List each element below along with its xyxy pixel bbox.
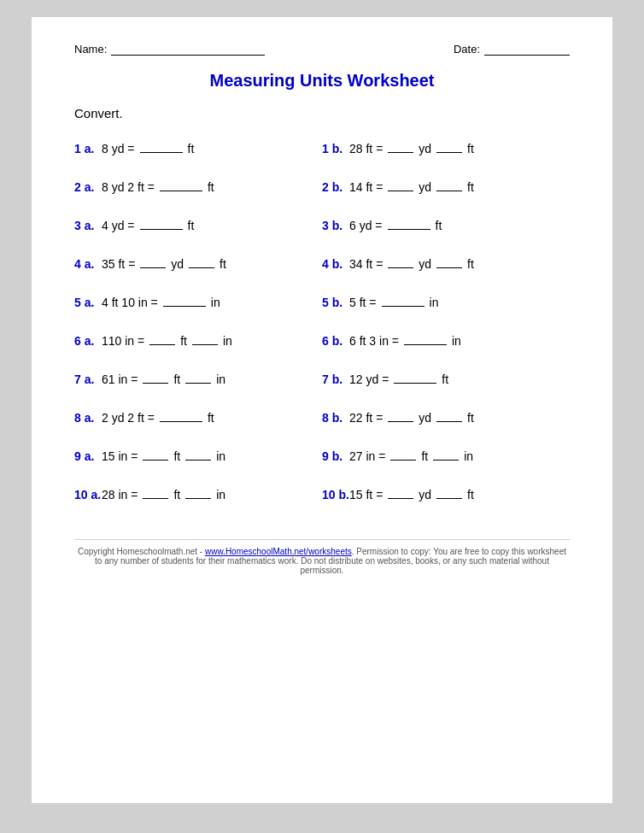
problem-row: 2 a. 8 yd 2 ft =ft xyxy=(74,167,322,206)
answer-blank xyxy=(140,218,183,230)
problem-row: 1 a. 8 yd =ft xyxy=(74,129,322,167)
problem-num: 4 b. xyxy=(322,257,349,271)
problem-num: 2 a. xyxy=(74,180,102,194)
answer-blank xyxy=(388,256,413,268)
problem-num: 8 b. xyxy=(322,411,349,425)
problems-grid: 1 a. 8 yd =ft 1 b. 28 ft =ydft 2 a. 8 yd… xyxy=(74,129,570,513)
problem-row: 3 b. 6 yd =ft xyxy=(322,206,570,244)
answer-blank xyxy=(388,141,413,153)
problem-row: 5 a. 4 ft 10 in =in xyxy=(74,283,322,321)
answer-blank xyxy=(149,333,175,345)
answer-blank xyxy=(163,295,206,307)
name-section: Name: xyxy=(74,43,265,56)
problem-text: 6 ft 3 in =in xyxy=(349,333,461,348)
answer-blank xyxy=(192,333,218,345)
answer-blank xyxy=(140,256,166,268)
problem-text: 8 yd 2 ft =ft xyxy=(102,179,214,194)
answer-blank xyxy=(436,487,462,499)
problem-row: 2 b. 14 ft =ydft xyxy=(322,167,570,206)
problem-text: 22 ft =ydft xyxy=(349,410,474,425)
problem-text: 8 yd =ft xyxy=(102,141,194,155)
date-underline xyxy=(484,44,570,56)
answer-blank xyxy=(388,487,413,499)
answer-blank xyxy=(160,179,202,191)
problem-num: 2 b. xyxy=(322,180,349,194)
problem-row: 9 a. 15 in =ftin xyxy=(74,437,322,475)
date-label: Date: xyxy=(454,43,480,56)
problem-num: 7 a. xyxy=(74,373,102,386)
problem-num: 5 a. xyxy=(74,296,102,309)
problem-text: 4 ft 10 in =in xyxy=(102,295,220,309)
problem-row: 6 b. 6 ft 3 in =in xyxy=(322,321,570,360)
problem-row: 7 a. 61 in =ftin xyxy=(74,360,322,398)
problem-row: 10 a. 28 in =ftin xyxy=(74,475,322,513)
problem-row: 3 a. 4 yd =ft xyxy=(74,206,322,244)
answer-blank xyxy=(140,141,183,153)
answer-blank xyxy=(390,449,416,460)
problem-text: 28 in =ftin xyxy=(102,487,225,502)
name-underline xyxy=(111,44,265,56)
date-section: Date: xyxy=(454,43,570,56)
problem-num: 10 b. xyxy=(322,488,349,502)
answer-blank xyxy=(143,372,168,384)
problem-num: 3 b. xyxy=(322,219,349,232)
worksheet-page: Name: Date: Measuring Units Worksheet Co… xyxy=(32,17,612,803)
problem-text: 28 ft =ydft xyxy=(349,141,474,155)
answer-blank xyxy=(382,295,424,307)
answer-blank xyxy=(436,141,462,153)
problem-num: 4 a. xyxy=(74,257,102,271)
answer-blank xyxy=(433,449,459,460)
problem-text: 12 yd =ft xyxy=(349,372,448,386)
answer-blank xyxy=(436,410,462,422)
problem-text: 15 in =ftin xyxy=(102,449,225,463)
answer-blank xyxy=(189,256,214,268)
problem-row: 6 a. 110 in =ftin xyxy=(74,321,322,360)
problem-text: 6 yd =ft xyxy=(349,218,442,232)
problem-row: 8 a. 2 yd 2 ft =ft xyxy=(74,398,322,437)
problem-text: 110 in =ftin xyxy=(102,333,232,348)
problem-text: 2 yd 2 ft =ft xyxy=(102,410,214,425)
answer-blank xyxy=(394,372,436,384)
problem-text: 34 ft =ydft xyxy=(349,256,474,271)
problem-text: 14 ft =ydft xyxy=(349,179,474,194)
answer-blank xyxy=(143,449,168,460)
answer-blank xyxy=(388,179,413,191)
problem-num: 1 a. xyxy=(74,142,102,155)
problem-row: 7 b. 12 yd =ft xyxy=(322,360,570,398)
problem-num: 1 b. xyxy=(322,142,349,155)
problem-num: 9 b. xyxy=(322,449,349,463)
answer-blank xyxy=(388,218,430,230)
problem-num: 7 b. xyxy=(322,373,349,386)
problem-text: 15 ft =ydft xyxy=(349,487,474,502)
answer-blank xyxy=(185,449,211,460)
problem-text: 5 ft =in xyxy=(349,295,438,309)
problem-row: 5 b. 5 ft =in xyxy=(322,283,570,321)
answer-blank xyxy=(185,372,211,384)
answer-blank xyxy=(436,256,462,268)
problem-text: 27 in =ftin xyxy=(349,449,473,463)
problem-row: 4 a. 35 ft =ydft xyxy=(74,244,322,283)
answer-blank xyxy=(404,333,447,345)
answer-blank xyxy=(388,410,413,422)
problem-row: 8 b. 22 ft =ydft xyxy=(322,398,570,437)
footer-link[interactable]: www.HomeschoolMath.net/worksheets xyxy=(205,547,352,556)
answer-blank xyxy=(160,410,202,422)
problem-row: 1 b. 28 ft =ydft xyxy=(322,129,570,167)
problem-num: 9 a. xyxy=(74,449,102,463)
problem-text: 35 ft =ydft xyxy=(102,256,226,271)
worksheet-title: Measuring Units Worksheet xyxy=(74,71,570,91)
problem-num: 8 a. xyxy=(74,411,102,425)
problem-text: 61 in =ftin xyxy=(102,372,225,386)
problem-row: 10 b. 15 ft =ydft xyxy=(322,475,570,513)
problem-row: 9 b. 27 in =ftin xyxy=(322,437,570,475)
problem-row: 4 b. 34 ft =ydft xyxy=(322,244,570,283)
answer-blank xyxy=(185,487,211,499)
problem-num: 5 b. xyxy=(322,296,349,309)
problem-num: 10 a. xyxy=(74,488,102,502)
footer-text: Copyright Homeschoolmath.net - www.Homes… xyxy=(78,547,566,575)
problem-num: 3 a. xyxy=(74,219,102,232)
answer-blank xyxy=(436,179,462,191)
problem-text: 4 yd =ft xyxy=(102,218,194,232)
footer: Copyright Homeschoolmath.net - www.Homes… xyxy=(74,539,570,575)
answer-blank xyxy=(143,487,168,499)
